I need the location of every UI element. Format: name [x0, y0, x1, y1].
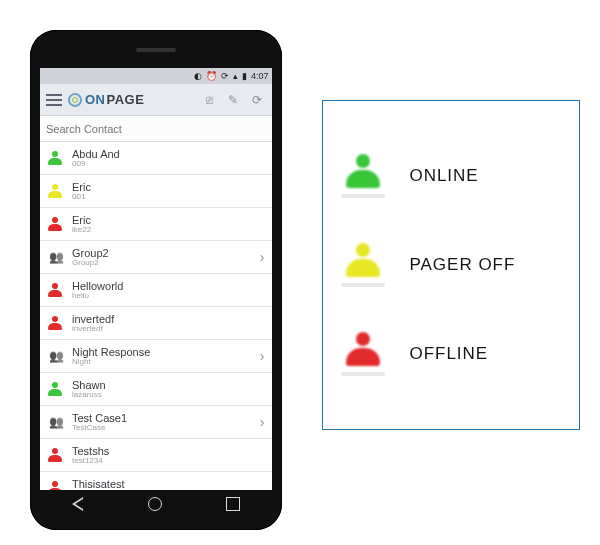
legend-label: OFFLINE — [409, 344, 488, 364]
menu-icon[interactable] — [46, 94, 62, 106]
legend-label: PAGER OFF — [409, 255, 515, 275]
chevron-right-icon: › — [260, 249, 265, 265]
signal-icon: ▴ — [233, 72, 238, 81]
contact-row[interactable]: Thisisatestthisisatest — [40, 472, 272, 490]
search-input[interactable] — [46, 123, 266, 135]
contact-row[interactable]: 👥Night ResponseNight› — [40, 340, 272, 373]
contact-subtext: ike22 — [72, 226, 264, 235]
person-status-icon — [46, 151, 64, 165]
group-icon: 👥 — [46, 415, 64, 429]
person-status-icon — [46, 184, 64, 198]
legend-underline — [341, 372, 385, 376]
contact-name: Test Case1 — [72, 412, 252, 424]
android-nav-bar — [40, 490, 272, 518]
chevron-right-icon: › — [260, 414, 265, 430]
contact-list[interactable]: Abdu And009Eric001Ericike22👥Group2Group2… — [40, 142, 272, 490]
contact-subtext: lazaruss — [72, 391, 264, 400]
app-logo: ONPAGE — [68, 92, 144, 107]
contact-subtext: 001 — [72, 193, 264, 202]
contact-labels: Night ResponseNight — [72, 346, 252, 367]
contact-labels: Helloworldhello — [72, 280, 264, 301]
contact-row[interactable]: Shawnlazaruss — [40, 373, 272, 406]
contact-subtext: Night — [72, 358, 252, 367]
person-status-icon — [46, 316, 64, 330]
person-status-icon — [46, 481, 64, 490]
search-bar — [40, 116, 272, 142]
contact-labels: Shawnlazaruss — [72, 379, 264, 400]
contact-row[interactable]: 👥Group2Group2› — [40, 241, 272, 274]
contact-subtext: Group2 — [72, 259, 252, 268]
contact-row[interactable]: invertedfinvertedf — [40, 307, 272, 340]
contact-name: Group2 — [72, 247, 252, 259]
contact-row[interactable]: Ericike22 — [40, 208, 272, 241]
contact-labels: Ericike22 — [72, 214, 264, 235]
contact-labels: Eric001 — [72, 181, 264, 202]
person-status-icon — [46, 448, 64, 462]
legend-label: ONLINE — [409, 166, 478, 186]
alarm-icon: ⏰ — [206, 72, 217, 81]
contact-labels: Test Case1TestCase — [72, 412, 252, 433]
contact-name: Shawn — [72, 379, 264, 391]
contact-subtext: 009 — [72, 160, 264, 169]
chevron-right-icon: › — [260, 348, 265, 364]
person-status-icon — [46, 283, 64, 297]
legend-row: ONLINE — [343, 154, 559, 198]
recent-button[interactable] — [226, 497, 240, 511]
contact-labels: invertedfinvertedf — [72, 313, 264, 334]
contact-name: Testshs — [72, 445, 264, 457]
status-time: 4:07 — [251, 72, 269, 81]
filter-icon[interactable]: ⎚ — [200, 91, 218, 109]
contact-row[interactable]: Helloworldhello — [40, 274, 272, 307]
app-bar: ONPAGE ⎚ ✎ ⟳ — [40, 84, 272, 116]
contact-subtext: TestCase — [72, 424, 252, 433]
contact-row[interactable]: Abdu And009 — [40, 142, 272, 175]
contact-name: Thisisatest — [72, 478, 264, 490]
contact-name: invertedf — [72, 313, 264, 325]
logo-text-page: PAGE — [107, 92, 145, 107]
contact-name: Night Response — [72, 346, 252, 358]
contact-row[interactable]: Eric001 — [40, 175, 272, 208]
legend-row: PAGER OFF — [343, 243, 559, 287]
status-bar: ◐ ⏰ ⟳ ▴ ▮ 4:07 — [40, 68, 272, 84]
contact-labels: Thisisatestthisisatest — [72, 478, 264, 490]
person-status-icon — [346, 243, 380, 277]
sync-icon: ⟳ — [221, 72, 229, 81]
contact-name: Eric — [72, 214, 264, 226]
contact-labels: Abdu And009 — [72, 148, 264, 169]
legend-underline — [341, 283, 385, 287]
contact-labels: Group2Group2 — [72, 247, 252, 268]
person-status-icon — [46, 217, 64, 231]
legend-row: OFFLINE — [343, 332, 559, 376]
phone-screen: ◐ ⏰ ⟳ ▴ ▮ 4:07 ONPAGE ⎚ ✎ ⟳ — [40, 68, 272, 490]
back-button[interactable] — [72, 497, 83, 511]
battery-icon: ▮ — [242, 72, 247, 81]
phone-frame: ◐ ⏰ ⟳ ▴ ▮ 4:07 ONPAGE ⎚ ✎ ⟳ — [30, 30, 282, 530]
person-status-icon — [346, 332, 380, 366]
phone-speaker — [136, 48, 176, 52]
contact-name: Helloworld — [72, 280, 264, 292]
group-icon: 👥 — [46, 250, 64, 264]
person-status-icon — [46, 382, 64, 396]
person-status-icon — [346, 154, 380, 188]
contact-subtext: invertedf — [72, 325, 264, 334]
group-icon: 👥 — [46, 349, 64, 363]
status-legend: ONLINEPAGER OFFOFFLINE — [322, 100, 580, 430]
contact-name: Abdu And — [72, 148, 264, 160]
compose-icon[interactable]: ✎ — [224, 91, 242, 109]
contact-subtext: hello — [72, 292, 264, 301]
brightness-icon: ◐ — [194, 72, 202, 81]
contact-row[interactable]: 👥Test Case1TestCase› — [40, 406, 272, 439]
logo-ring-icon — [68, 93, 82, 107]
contact-subtext: test1234 — [72, 457, 264, 466]
contact-labels: Testshstest1234 — [72, 445, 264, 466]
refresh-icon[interactable]: ⟳ — [248, 91, 266, 109]
legend-underline — [341, 194, 385, 198]
home-button[interactable] — [148, 497, 162, 511]
logo-text-on: ON — [85, 92, 106, 107]
contact-row[interactable]: Testshstest1234 — [40, 439, 272, 472]
contact-name: Eric — [72, 181, 264, 193]
